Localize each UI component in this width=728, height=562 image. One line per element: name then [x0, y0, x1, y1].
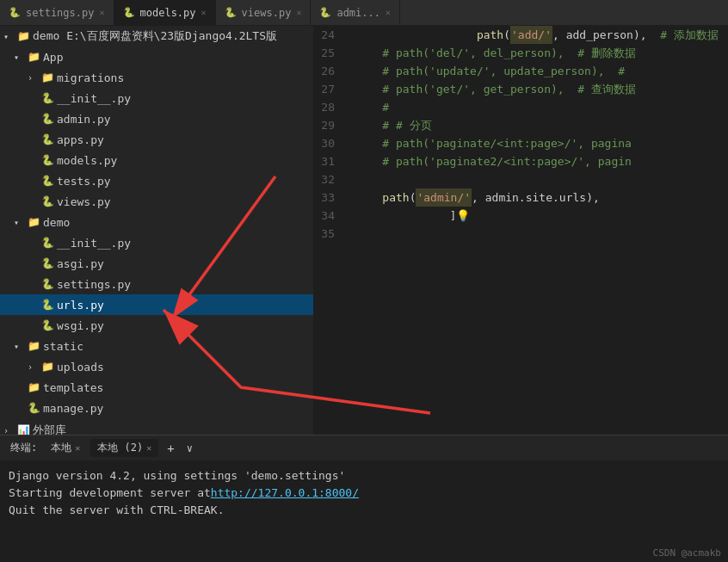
tree-wsgi-py[interactable]: 🐍 wsgi.py	[0, 315, 313, 336]
py-icon: 🐍	[225, 7, 237, 18]
tab-bar: 🐍 settings.py ✕ 🐍 models.py ✕ 🐍 views.py…	[0, 0, 728, 26]
py-file-icon: 🐍	[41, 92, 57, 104]
folder-icon: 📁	[28, 216, 43, 228]
tree-item-label: apps.py	[57, 133, 104, 146]
tab-close-settings[interactable]: ✕	[99, 8, 104, 17]
watermark: CSDN @acmakb	[653, 547, 721, 559]
tree-item-label: asgi.py	[57, 257, 104, 270]
tree-item-label: templates	[43, 381, 103, 394]
tree-uploads[interactable]: 📁 uploads	[0, 356, 313, 377]
code-lines[interactable]: path('add/', add_person), # 添加数据 # path(…	[349, 26, 728, 435]
tree-models-py[interactable]: 🐍 models.py	[0, 150, 313, 170]
line-num: 29	[314, 116, 342, 134]
tree-apps-py[interactable]: 🐍 apps.py	[0, 129, 313, 150]
tab-close-models[interactable]: ✕	[201, 8, 207, 17]
tree-app[interactable]: 📁 App	[0, 46, 313, 67]
terminal-text: Starting development server at	[9, 486, 211, 499]
terminal-close-icon[interactable]: ✕	[146, 443, 151, 453]
tab-label: models.py	[140, 7, 196, 19]
py-icon: 🐍	[123, 7, 135, 18]
terminal-line-2: Starting development server at http://12…	[9, 484, 719, 501]
folder-icon: 📁	[28, 381, 43, 393]
tree-init-app[interactable]: 🐍 __init__.py	[0, 88, 313, 108]
tree-manage-py[interactable]: 🐍 manage.py	[0, 398, 313, 418]
arrow-icon	[3, 426, 17, 435]
terminal-line-3: Quit the server with CTRL-BREAK.	[9, 501, 719, 518]
code-line-35	[355, 225, 728, 243]
terminal-server-link[interactable]: http://127.0.0.1:8000/	[211, 486, 359, 499]
tree-external-libs[interactable]: 📊 外部库	[0, 420, 313, 435]
terminal-tab-local1[interactable]: 本地 ✕	[44, 439, 87, 457]
tab-views[interactable]: 🐍 views.py ✕	[216, 0, 312, 25]
tree-item-label: tests.py	[57, 175, 111, 188]
line-num: 31	[314, 152, 342, 170]
code-line-32	[355, 170, 728, 188]
code-line-30: # path('paginate/<int:page>/', pagina	[355, 134, 728, 152]
tree-item-label: views.py	[57, 195, 111, 208]
line-num: 35	[314, 225, 342, 243]
tree-settings-py[interactable]: 🐍 settings.py	[0, 274, 313, 294]
terminal-tab-local2[interactable]: 本地 (2) ✕	[90, 439, 158, 457]
arrow-icon	[14, 52, 28, 62]
terminal-close-icon[interactable]: ✕	[75, 443, 80, 453]
tree-item-label: App	[43, 51, 63, 64]
folder-icon: 📁	[41, 361, 57, 373]
tab-admin[interactable]: 🐍 admi... ✕	[311, 0, 400, 25]
terminal-text: Django version 4.2, using settings 'demo…	[9, 469, 345, 482]
code-editor: 24 25 26 27 28 29 30 31 32 33 34 35	[314, 26, 728, 435]
code-line-27: # path('get/', get_person), # 查询数据	[355, 80, 728, 98]
terminal-area: 终端: 本地 ✕ 本地 (2) ✕ + ∨ Django version 4.2…	[0, 435, 728, 562]
tree-item-label: uploads	[57, 361, 104, 374]
tree-static[interactable]: 📁 static	[0, 336, 313, 356]
tree-root[interactable]: 📁 demo E:\百度网盘资料\23版Django4.2LTS版	[0, 26, 313, 46]
line-num: 32	[314, 170, 342, 188]
py-file-icon: 🐍	[28, 402, 43, 414]
arrow-icon	[3, 32, 17, 41]
tree-migrations[interactable]: 📁 migrations	[0, 67, 313, 88]
folder-icon: 📁	[28, 51, 43, 63]
tree-views-py[interactable]: 🐍 views.py	[0, 191, 313, 212]
tree-item-label: migrations	[57, 71, 124, 84]
terminal-tab-label: 本地	[51, 441, 71, 455]
tree-item-label: wsgi.py	[57, 319, 104, 332]
tree-asgi-py[interactable]: 🐍 asgi.py	[0, 253, 313, 274]
code-line-24: path('add/', add_person), # 添加数据	[355, 26, 728, 44]
arrow-icon	[28, 362, 41, 372]
terminal-chevron-icon[interactable]: ∨	[183, 442, 196, 454]
tree-item-label: manage.py	[43, 402, 103, 415]
tab-close-admin[interactable]: ✕	[386, 8, 391, 17]
terminal-add-button[interactable]: +	[162, 442, 179, 455]
tree-item-label: demo	[43, 216, 70, 229]
tree-templates[interactable]: 📁 templates	[0, 377, 313, 398]
tree-demo-sub[interactable]: 📁 demo	[0, 212, 313, 232]
py-icon: 🐍	[9, 7, 21, 18]
code-line-34: ] ]💡	[355, 207, 728, 225]
terminal-line-1: Django version 4.2, using settings 'demo…	[9, 466, 719, 484]
tab-models[interactable]: 🐍 models.py ✕	[114, 0, 216, 25]
folder-icon: 📁	[41, 71, 57, 83]
py-file-icon: 🐍	[41, 237, 57, 249]
arrow-icon	[14, 342, 28, 351]
py-file-icon: 🐍	[41, 133, 57, 145]
arrow-icon	[28, 73, 41, 83]
py-file-icon: 🐍	[41, 257, 57, 269]
tree-admin-py[interactable]: 🐍 admin.py	[0, 108, 313, 129]
tree-urls-py[interactable]: 🐍 urls.py	[0, 294, 313, 315]
tree-item-label: urls.py	[57, 299, 104, 312]
lightbulb-icon: 💡	[456, 207, 470, 225]
tree-tests-py[interactable]: 🐍 tests.py	[0, 170, 313, 191]
line-num: 26	[314, 62, 342, 80]
libs-icon: 📊	[17, 424, 33, 435]
line-num: 30	[314, 134, 342, 152]
line-numbers: 24 25 26 27 28 29 30 31 32 33 34 35	[314, 26, 349, 435]
terminal-tab-bar: 终端: 本地 ✕ 本地 (2) ✕ + ∨	[0, 435, 728, 461]
py-file-icon: 🐍	[41, 113, 57, 125]
tree-init-demo[interactable]: 🐍 __init__.py	[0, 232, 313, 253]
tree-item-label: 外部库	[33, 423, 66, 435]
line-num: 25	[314, 44, 342, 62]
line-num: 34	[314, 207, 342, 225]
code-line-25: # path('del/', del_person), # 删除数据	[355, 44, 728, 62]
tab-close-views[interactable]: ✕	[296, 8, 301, 17]
tab-settings[interactable]: 🐍 settings.py ✕	[0, 0, 114, 25]
py-file-icon: 🐍	[41, 278, 57, 290]
